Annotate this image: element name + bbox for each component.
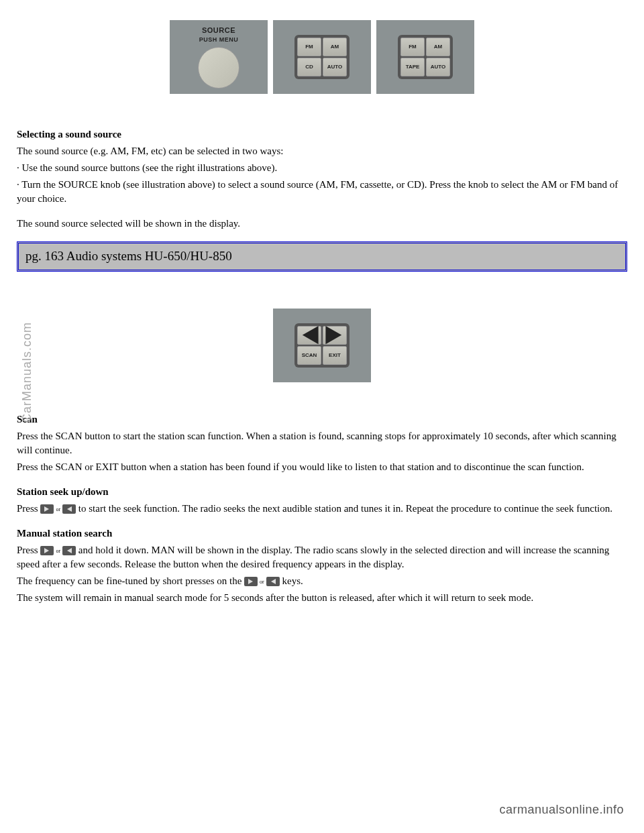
fm-button: FM — [400, 38, 425, 56]
heading-station-seek: Station seek up/down — [17, 485, 627, 499]
or-text: or — [55, 506, 61, 513]
text-span: and hold it down. MAN will be shown in t… — [17, 545, 609, 569]
paragraph-text: Press the SCAN button to start the stati… — [17, 429, 627, 457]
source-label-1: SOURCE — [202, 25, 235, 36]
page-header-banner: pg. 163 Audio systems HU-650/HU-850 — [17, 241, 627, 272]
paragraph-text: The system will remain in manual search … — [17, 591, 627, 605]
next-icon — [40, 504, 54, 514]
paragraph-text: The frequency can be fine-tuned by short… — [17, 574, 627, 588]
text-span: The frequency can be fine-tuned by short… — [17, 575, 244, 586]
heading-selecting-sound-source: Selecting a sound source — [17, 127, 627, 142]
bullet-text: · Turn the SOURCE knob (see illustration… — [17, 178, 627, 206]
am-button: AM — [426, 38, 450, 56]
tape-button: TAPE — [400, 58, 425, 76]
or-text: or — [259, 578, 265, 586]
paragraph-text: Press the SCAN or EXIT button when a sta… — [17, 460, 627, 474]
or-text: or — [55, 547, 61, 555]
am-button: AM — [323, 38, 347, 56]
prev-icon — [266, 577, 280, 586]
knob-icon — [198, 47, 239, 89]
text-span: to start the seek function. The radio se… — [78, 503, 612, 514]
next-track-button — [323, 326, 347, 345]
fm-button: FM — [297, 38, 321, 56]
exit-button: EXIT — [323, 346, 347, 365]
seek-buttons-inline-icon: or — [40, 504, 76, 514]
scan-panel: SCAN EXIT — [273, 309, 371, 382]
prev-track-icon — [298, 326, 321, 344]
cd-button: CD — [297, 58, 321, 76]
heading-scan: Scan — [17, 412, 627, 427]
heading-manual-search: Manual station search — [17, 526, 627, 541]
text-span: keys. — [282, 575, 303, 586]
watermark-text: CarManuals.com — [19, 322, 36, 423]
auto-button: AUTO — [426, 58, 450, 76]
text-span: Press — [17, 503, 40, 514]
text-line: The sound source selected will be shown … — [17, 217, 627, 231]
bullet-text: · Use the sound source buttons (see the … — [17, 161, 627, 175]
paragraph-text: Press or and hold it down. MAN will be s… — [17, 543, 627, 571]
seek-buttons-inline-icon: or — [40, 546, 76, 555]
illustration-row-top: SOURCE PUSH MENU FM AM CD AUTO FM AM TAP… — [17, 20, 627, 94]
text-span: Press — [17, 545, 40, 555]
scan-button: SCAN — [297, 346, 321, 365]
prev-track-button — [297, 326, 321, 345]
source-label-2: PUSH MENU — [199, 36, 239, 44]
prev-icon — [62, 546, 76, 555]
next-icon — [40, 546, 54, 555]
illustration-scan-buttons: SCAN EXIT — [17, 309, 627, 382]
button-grid: SCAN EXIT — [294, 323, 350, 368]
document-page: CarManuals.com SOURCE PUSH MENU FM AM CD… — [0, 0, 644, 833]
source-knob-panel: SOURCE PUSH MENU — [170, 20, 268, 94]
paragraph-text: Press or to start the seek function. The… — [17, 502, 627, 516]
prev-icon — [62, 504, 76, 514]
button-panel-cd: FM AM CD AUTO — [273, 20, 371, 94]
next-icon — [244, 577, 258, 586]
button-panel-tape: FM AM TAPE AUTO — [376, 20, 474, 94]
next-track-icon — [323, 326, 346, 344]
footer-url: carmanualsonline.info — [499, 801, 624, 818]
auto-button: AUTO — [323, 58, 347, 76]
seek-buttons-inline-icon: or — [244, 577, 280, 586]
button-grid: FM AM TAPE AUTO — [398, 35, 453, 79]
button-grid: FM AM CD AUTO — [294, 35, 350, 79]
text-line: The sound source (e.g. AM, FM, etc) can … — [17, 144, 627, 158]
